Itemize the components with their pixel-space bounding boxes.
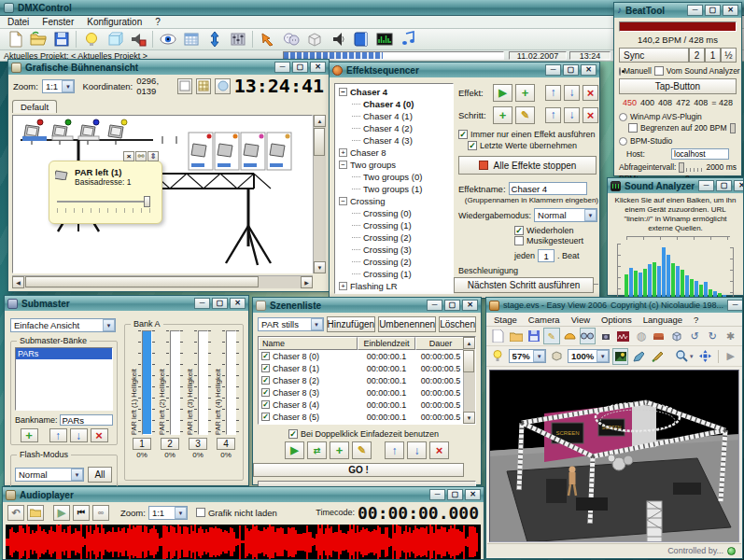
- tree-item[interactable]: Crossing (1): [337, 219, 451, 231]
- flash-all-button[interactable]: All: [88, 467, 112, 483]
- beattool-titlebar[interactable]: ♪ BeatTool ─▢✕: [614, 3, 741, 18]
- bank-list-item[interactable]: PARs: [16, 348, 112, 359]
- go-button[interactable]: GO !: [253, 463, 464, 477]
- maximize-button[interactable]: ▢: [563, 64, 579, 76]
- ev-projector-icon[interactable]: [597, 328, 613, 344]
- spectrum-bar[interactable]: [704, 282, 708, 297]
- divider-1-button[interactable]: 1: [705, 48, 721, 63]
- effect-sequencer-titlebar[interactable]: Effektsequencer ─▢✕: [330, 63, 599, 77]
- step-delete-button[interactable]: ×: [583, 107, 598, 123]
- table-row[interactable]: ✓Chaser 8 (0)00:00:00.100:00:00.5: [259, 350, 475, 362]
- spectrum-bar[interactable]: [685, 275, 689, 297]
- add-scene-row-button[interactable]: +: [330, 441, 349, 459]
- easy-view-titlebar[interactable]: stage.evs - Easy View 2006 Copyright (c)…: [486, 298, 742, 313]
- single-effect-checkbox[interactable]: ✓Immer nur einen Effekt ausführen: [458, 130, 595, 139]
- stage-vscrollbar[interactable]: ▲▼: [313, 115, 326, 273]
- skip-start-button[interactable]: ⏮: [73, 505, 90, 521]
- raster-button[interactable]: [196, 78, 211, 94]
- limit-checkbox[interactable]: Begrenzen auf 200 BPM: [628, 123, 727, 133]
- tree-item[interactable]: Two groups (1): [337, 183, 451, 195]
- bankname-input[interactable]: [60, 414, 113, 426]
- menu-camera[interactable]: Camera: [528, 315, 560, 325]
- tree-item[interactable]: Crossing (0): [337, 207, 451, 219]
- save-project-icon[interactable]: [49, 29, 73, 49]
- spectrum-bar[interactable]: [667, 255, 670, 297]
- add-step-button[interactable]: +: [493, 106, 512, 124]
- menu-view[interactable]: View: [571, 315, 590, 325]
- tree-item[interactable]: −Crossing: [337, 195, 451, 207]
- stage-view-window[interactable]: Grafische Bühnenansicht ─▢✕ Zoom: 1:1▼ K…: [7, 59, 330, 292]
- beat-input[interactable]: [538, 249, 554, 262]
- audioplayer-titlebar[interactable]: Audioplayer ─▢✕: [3, 487, 484, 502]
- maximize-button[interactable]: ▢: [705, 5, 721, 16]
- waveform-display[interactable]: [6, 525, 481, 559]
- new-document-icon[interactable]: [3, 29, 26, 49]
- close-button[interactable]: ✕: [723, 5, 738, 16]
- rename-scene-button[interactable]: Umbenennen: [378, 316, 436, 332]
- spectrum-bar[interactable]: [681, 270, 684, 297]
- ice-cube-icon[interactable]: [103, 29, 126, 49]
- repeat-checkbox[interactable]: ✓Wiederholen: [514, 226, 574, 235]
- maximize-button[interactable]: ▢: [716, 180, 732, 191]
- tree-item[interactable]: −Chaser 4: [337, 86, 451, 98]
- tab-default[interactable]: Default: [12, 100, 57, 113]
- music-checkbox[interactable]: Musikgesteuert: [514, 236, 583, 245]
- channel-grid-icon[interactable]: [179, 29, 203, 49]
- ev-undo-icon[interactable]: ↺: [687, 328, 703, 344]
- sync-button[interactable]: Sync: [619, 48, 689, 63]
- stage-view-titlebar[interactable]: Grafische Bühnenansicht ─▢✕: [8, 60, 329, 75]
- eye-view-icon[interactable]: [156, 29, 179, 49]
- ev-construction-icon[interactable]: [562, 328, 578, 344]
- play-audio-button[interactable]: ▶: [53, 505, 70, 521]
- next-step-button[interactable]: Nächsten Schritt ausführen: [454, 277, 594, 293]
- open-project-icon[interactable]: [26, 29, 49, 49]
- effect-sequencer-window[interactable]: Effektsequencer ─▢✕ −Chaser 4Chaser 4 (0…: [329, 62, 600, 299]
- interval-slider[interactable]: [679, 163, 703, 172]
- sound-analyzer-window[interactable]: Sound Analyzer ─▢✕ Klicken Sie auf einen…: [607, 177, 744, 296]
- tree-item[interactable]: Two groups (0): [337, 171, 451, 183]
- ev-3dbox-icon[interactable]: [668, 328, 684, 344]
- scene-list-window[interactable]: Szenenliste ─▢✕ PAR stills▼ Hinzufügen U…: [252, 297, 482, 485]
- maximize-button[interactable]: ▢: [444, 300, 460, 311]
- close-button[interactable]: ✕: [465, 489, 481, 500]
- spectrum-bar[interactable]: [671, 263, 675, 297]
- spectrum-bar[interactable]: [699, 285, 703, 297]
- stop-all-effects-button[interactable]: Alle Effekte stoppen: [458, 156, 597, 175]
- manual-radio[interactable]: [619, 67, 621, 76]
- ev-bulb-icon[interactable]: [490, 348, 506, 365]
- flash-button[interactable]: 1: [133, 438, 151, 450]
- effektname-input[interactable]: [509, 182, 587, 195]
- tree-item[interactable]: Crossing (1): [337, 268, 451, 280]
- table-row[interactable]: ✓Chaser 8 (3)00:00:00.100:00:00.5: [259, 386, 475, 399]
- tooltip-dimmer-slider[interactable]: [55, 196, 156, 207]
- submaster-fader[interactable]: PAR left (2) Helligkeit20%: [156, 330, 184, 459]
- bank-listbox[interactable]: PARs: [15, 347, 113, 411]
- row-checkbox[interactable]: ✓: [261, 364, 270, 372]
- table-row[interactable]: ✓Chaser 8 (2)00:00:00.100:00:00.5: [259, 374, 475, 386]
- tree-item[interactable]: Crossing (3): [337, 244, 451, 256]
- close-button[interactable]: ✕: [462, 300, 478, 311]
- ev-save-icon[interactable]: [526, 328, 541, 344]
- bank-down-button[interactable]: ↓: [70, 428, 88, 442]
- scene-masks-icon[interactable]: [279, 29, 302, 49]
- undo-icon[interactable]: ↶: [7, 505, 24, 521]
- add-bank-button[interactable]: +: [21, 428, 38, 442]
- updown-arrows-icon[interactable]: [203, 29, 226, 49]
- tooltip-move-icon[interactable]: ⇕: [147, 151, 159, 161]
- fader-track[interactable]: [142, 330, 152, 435]
- ev-play-icon[interactable]: ▶: [723, 348, 738, 365]
- keep-values-checkbox[interactable]: ✓Letzte Werte übernehmen: [468, 141, 577, 150]
- maximize-button[interactable]: ▢: [447, 489, 463, 500]
- flash-button[interactable]: 4: [217, 438, 235, 450]
- fader-track[interactable]: [226, 330, 236, 435]
- spectrum-bar[interactable]: [648, 264, 652, 297]
- scene-vscrollbar[interactable]: ▲▼: [463, 337, 475, 424]
- minimize-button[interactable]: ─: [545, 64, 561, 76]
- minimize-button[interactable]: ─: [429, 489, 445, 500]
- spectrum-bar[interactable]: [690, 279, 694, 297]
- submaster-fader[interactable]: PAR left (4) Helligkeit40%: [212, 330, 240, 459]
- divider-2-button[interactable]: 2: [689, 48, 705, 63]
- tree-item[interactable]: Chaser 4 (0): [337, 98, 451, 110]
- sound-analyzer-titlebar[interactable]: Sound Analyzer ─▢✕: [608, 178, 743, 193]
- spectrum-bar[interactable]: [657, 266, 661, 297]
